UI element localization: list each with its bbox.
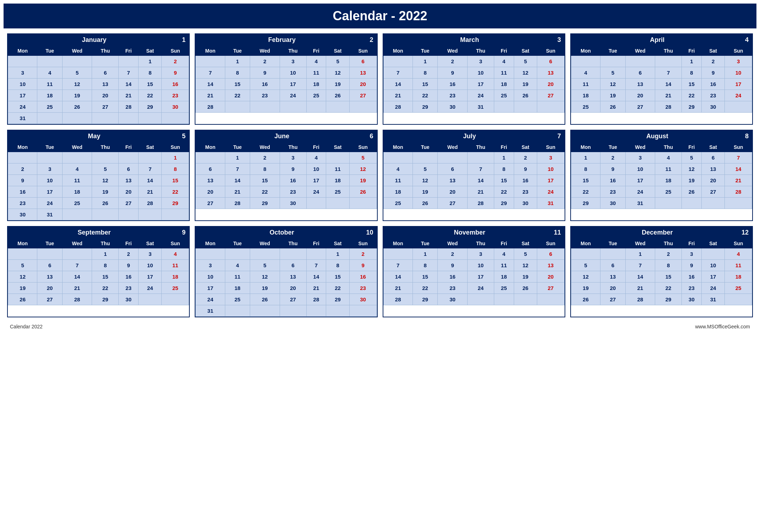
- cal-cell: 6: [349, 56, 377, 67]
- cal-cell: 23: [349, 283, 377, 294]
- cal-row: 45678910: [571, 67, 752, 79]
- cal-row: 21222324252627: [196, 90, 377, 101]
- cal-cell: 29: [250, 198, 280, 209]
- cal-cell: 12: [8, 271, 37, 283]
- cal-cell: 22: [139, 90, 162, 101]
- cal-cell: 12: [62, 79, 92, 90]
- cal-row: 123: [571, 56, 752, 67]
- cal-cell: 27: [701, 186, 724, 198]
- cal-cell: 4: [306, 152, 326, 163]
- cal-cell: 7: [383, 67, 413, 79]
- cal-cell: 9: [280, 163, 306, 175]
- cal-table-february: MonTueWedThuFriSatSun1234567891011121314…: [195, 46, 377, 113]
- cal-cell: 3: [467, 56, 494, 67]
- cal-cell: 8: [225, 67, 250, 79]
- cal-cell: 28: [139, 198, 162, 209]
- month-header-may: May 5: [8, 130, 189, 142]
- cal-cell: 31: [37, 209, 62, 220]
- cal-row: 293031: [571, 198, 752, 209]
- cal-cell: 20: [37, 283, 62, 294]
- month-name: December: [575, 229, 740, 236]
- cal-cell: 6: [196, 163, 225, 175]
- cal-cell: [600, 56, 625, 67]
- cal-cell: 30: [438, 294, 468, 305]
- month-name: April: [575, 36, 740, 44]
- weekday-header-sun: Sun: [162, 143, 189, 152]
- month-block-november: November 11 MonTueWedThuFriSatSun1234567…: [383, 226, 565, 317]
- cal-table-april: MonTueWedThuFriSatSun1234567891011121314…: [571, 46, 752, 113]
- cal-cell: 3: [625, 152, 655, 163]
- cal-cell: 29: [162, 198, 189, 209]
- weekday-header-wed: Wed: [250, 46, 280, 56]
- weekday-header-sun: Sun: [349, 46, 377, 56]
- cal-cell: 8: [250, 163, 280, 175]
- cal-cell: [162, 209, 189, 220]
- cal-cell: 6: [600, 260, 625, 271]
- cal-cell: 17: [725, 79, 752, 90]
- cal-cell: 15: [655, 271, 682, 283]
- cal-cell: 7: [62, 260, 92, 271]
- cal-cell: 17: [280, 79, 306, 90]
- cal-cell: [196, 56, 225, 67]
- month-header-december: December 12: [571, 227, 752, 238]
- cal-row: 23242526272829: [8, 198, 189, 209]
- cal-cell: 9: [8, 175, 37, 186]
- cal-cell: 19: [514, 271, 537, 283]
- weekday-header-sat: Sat: [139, 239, 162, 248]
- cal-cell: [162, 113, 189, 124]
- cal-cell: [119, 209, 139, 220]
- weekday-header-tue: Tue: [413, 46, 437, 56]
- cal-cell: 12: [413, 175, 437, 186]
- cal-cell: 22: [494, 186, 514, 198]
- weekday-header-sun: Sun: [537, 46, 564, 56]
- cal-cell: 21: [725, 175, 752, 186]
- cal-cell: [349, 305, 377, 317]
- cal-cell: [383, 152, 413, 163]
- cal-cell: 1: [139, 56, 162, 67]
- month-number: 3: [553, 36, 561, 44]
- weekday-header-tue: Tue: [225, 143, 250, 152]
- cal-row: 19202122232425: [571, 283, 752, 294]
- cal-cell: [37, 113, 62, 124]
- cal-cell: 18: [225, 283, 250, 294]
- cal-cell: [494, 101, 514, 113]
- cal-cell: 21: [625, 283, 655, 294]
- cal-cell: 1: [326, 248, 349, 260]
- cal-cell: [119, 56, 139, 67]
- cal-cell: 5: [514, 248, 537, 260]
- month-number: 8: [740, 133, 749, 140]
- cal-cell: 1: [571, 152, 600, 163]
- month-name: August: [575, 133, 740, 140]
- weekday-header-sat: Sat: [326, 46, 349, 56]
- cal-cell: 17: [467, 79, 494, 90]
- cal-cell: [655, 56, 682, 67]
- cal-cell: [383, 56, 413, 67]
- weekday-header-fri: Fri: [306, 143, 326, 152]
- cal-cell: 22: [326, 283, 349, 294]
- cal-cell: 13: [280, 271, 306, 283]
- cal-cell: 8: [413, 67, 437, 79]
- cal-cell: 24: [725, 90, 752, 101]
- weekday-header-sat: Sat: [701, 46, 724, 56]
- cal-cell: 19: [8, 283, 37, 294]
- cal-cell: 11: [225, 271, 250, 283]
- cal-cell: 30: [119, 294, 139, 305]
- cal-row: 18192021222324: [383, 186, 564, 198]
- cal-row: 17181920212223: [196, 283, 377, 294]
- cal-cell: [139, 294, 162, 305]
- cal-cell: [326, 152, 349, 163]
- cal-cell: 25: [725, 283, 752, 294]
- cal-cell: 23: [600, 186, 625, 198]
- cal-cell: 4: [225, 260, 250, 271]
- cal-cell: 1: [225, 56, 250, 67]
- cal-cell: 25: [306, 90, 326, 101]
- cal-row: 78910111213: [196, 67, 377, 79]
- cal-table-october: MonTueWedThuFriSatSun1234567891011121314…: [195, 238, 377, 317]
- cal-cell: 10: [625, 163, 655, 175]
- cal-cell: 15: [92, 271, 119, 283]
- cal-cell: 8: [571, 163, 600, 175]
- cal-row: 31: [8, 113, 189, 124]
- cal-cell: 3: [37, 163, 62, 175]
- cal-cell: 23: [438, 283, 468, 294]
- cal-cell: 11: [725, 260, 752, 271]
